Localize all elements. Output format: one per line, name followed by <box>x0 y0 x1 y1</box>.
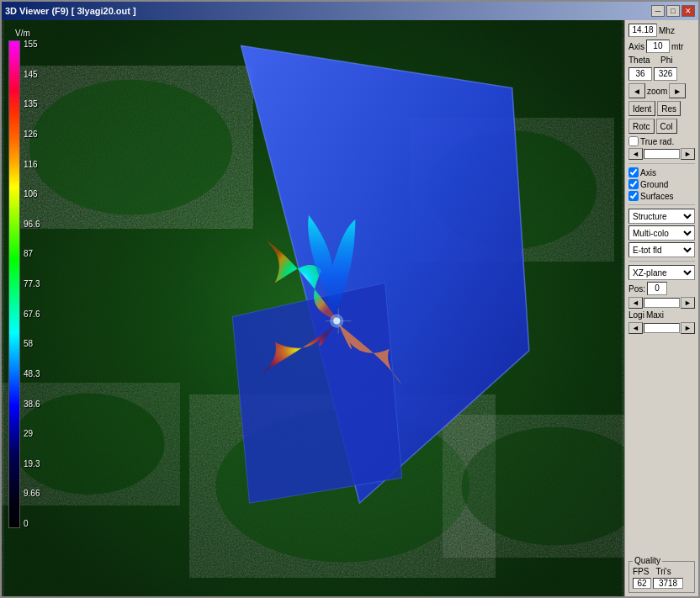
color-dropdown-row: Multi-colo Single Gradient <box>628 225 695 241</box>
fps-label: FPS <box>633 567 649 576</box>
tris-value: 3718 <box>653 578 683 589</box>
axis-value: 10 <box>646 40 670 53</box>
quality-title: Quality <box>633 556 662 565</box>
pos-arrows: ◄ ► <box>628 297 695 309</box>
scale-67: 67.6 <box>24 310 40 319</box>
scale-106: 106 <box>24 190 40 198</box>
axis-unit: mtr <box>671 42 683 51</box>
theta-label: Theta <box>628 56 659 65</box>
main-window: 3D Viewer (F9) [ 3lyagi20.out ] ─ □ ✕ <box>0 0 700 598</box>
axis-checkbox[interactable] <box>628 167 639 177</box>
separator-1 <box>628 163 695 164</box>
field-dropdown[interactable]: E-tot fld H-tot fld Gain <box>628 242 695 257</box>
svg-point-2 <box>29 80 233 215</box>
pos-value[interactable]: 0 <box>647 282 667 295</box>
true-rad-right-button[interactable]: ► <box>681 148 695 160</box>
quality-group: Quality FPS Tri's 62 3718 <box>628 561 695 593</box>
fps-tris-values: 62 3718 <box>633 578 691 589</box>
title-bar: 3D Viewer (F9) [ 3lyagi20.out ] ─ □ ✕ <box>2 2 698 20</box>
phi-label: Phi <box>660 56 672 65</box>
freq-value: 14.18 <box>628 24 657 37</box>
content-area: V/m 155 145 135 126 116 106 96.6 87 77.3… <box>2 20 698 596</box>
surfaces-check-label: Surfaces <box>640 192 673 201</box>
color-bar <box>8 40 20 528</box>
true-rad-arrows: ◄ ► <box>628 148 695 160</box>
ident-res-row: Ident Res <box>628 101 695 116</box>
structure-dropdown[interactable]: Structure Wire Patch <box>628 209 695 224</box>
true-rad-left-button[interactable]: ◄ <box>628 148 643 160</box>
surfaces-checkbox[interactable] <box>628 191 639 201</box>
scale-58: 58 <box>24 340 40 348</box>
maximize-button[interactable]: □ <box>666 5 680 17</box>
true-rad-checkbox[interactable] <box>628 136 639 146</box>
pos-row: Pos: 0 <box>628 282 695 295</box>
plane-dropdown[interactable]: XZ-plane YZ-plane XY-plane <box>628 265 695 280</box>
zoom-left-button[interactable]: ◄ <box>628 83 645 98</box>
axis-row: Axis 10 mtr <box>628 40 695 53</box>
freq-unit: Mhz <box>659 26 675 35</box>
ground-check-row: Ground <box>628 179 695 189</box>
axis-check-row: Axis <box>628 167 695 177</box>
scale-145: 145 <box>24 71 40 79</box>
scale-19: 19.3 <box>24 460 40 468</box>
col-button[interactable]: Col <box>656 119 677 134</box>
close-button[interactable]: ✕ <box>681 5 695 17</box>
logi-maxi-arrows: ◄ ► <box>628 322 695 334</box>
ident-button[interactable]: Ident <box>628 101 655 116</box>
scene-svg <box>2 20 624 596</box>
tris-label: Tri's <box>655 567 671 576</box>
scale-29: 29 <box>24 430 40 438</box>
separator-2 <box>628 204 695 205</box>
axis-check-label: Axis <box>640 168 656 177</box>
zoom-label: zoom <box>647 87 667 96</box>
rotc-col-row: Rotc Col <box>628 119 695 134</box>
pos-left-button[interactable]: ◄ <box>628 297 643 309</box>
theta-phi-values: 36 326 <box>628 67 695 81</box>
plane-dropdown-row: XZ-plane YZ-plane XY-plane <box>628 265 695 280</box>
logi-left-button[interactable]: ◄ <box>628 322 643 334</box>
zoom-right-button[interactable]: ► <box>669 83 686 98</box>
scale-87: 87 <box>24 250 40 258</box>
color-scale: V/m 155 145 135 126 116 106 96.6 87 77.3… <box>8 29 40 528</box>
scale-48: 48.3 <box>24 370 40 378</box>
window-controls: ─ □ ✕ <box>651 5 695 17</box>
rotc-button[interactable]: Rotc <box>628 119 655 134</box>
right-panel: 14.18 Mhz Axis 10 mtr Theta Phi 36 326 ◄ <box>624 20 698 596</box>
fps-tris-labels: FPS Tri's <box>633 567 691 576</box>
window-title: 3D Viewer (F9) [ 3lyagi20.out ] <box>5 6 136 16</box>
logi-maxi-row: Logi Maxi <box>628 310 695 320</box>
scale-116: 116 <box>24 161 40 169</box>
ground-check-label: Ground <box>640 180 668 189</box>
theta-phi-labels: Theta Phi <box>628 56 695 65</box>
color-dropdown[interactable]: Multi-colo Single Gradient <box>628 225 695 241</box>
theta-value[interactable]: 36 <box>628 67 652 81</box>
ground-checkbox[interactable] <box>628 179 639 189</box>
scale-38: 38.6 <box>24 400 40 409</box>
logi-label: Logi <box>628 310 644 320</box>
axis-label: Axis <box>628 42 644 51</box>
true-rad-label: True rad. <box>640 137 674 146</box>
maxi-label: Maxi <box>646 310 664 320</box>
scale-labels: 155 145 135 126 116 106 96.6 87 77.3 67.… <box>24 40 40 528</box>
viewport[interactable]: V/m 155 145 135 126 116 106 96.6 87 77.3… <box>2 20 624 596</box>
scale-96: 96.6 <box>24 220 40 229</box>
scale-9: 9.66 <box>24 490 40 498</box>
freq-row: 14.18 Mhz <box>628 24 695 37</box>
zoom-row: ◄ zoom ► <box>628 83 695 98</box>
structure-dropdown-row: Structure Wire Patch <box>628 209 695 224</box>
scale-0: 0 <box>24 520 40 528</box>
fps-value: 62 <box>633 578 651 589</box>
field-dropdown-row: E-tot fld H-tot fld Gain <box>628 242 695 257</box>
res-button[interactable]: Res <box>657 101 681 116</box>
minimize-button[interactable]: ─ <box>651 5 665 17</box>
svg-marker-9 <box>232 283 401 503</box>
pos-label: Pos: <box>628 284 645 294</box>
surfaces-check-row: Surfaces <box>628 191 695 201</box>
scale-126: 126 <box>24 130 40 139</box>
unit-label: V/m <box>15 29 30 38</box>
phi-value[interactable]: 326 <box>654 67 677 81</box>
pos-right-button[interactable]: ► <box>681 297 695 309</box>
logi-right-button[interactable]: ► <box>681 322 695 334</box>
scale-135: 135 <box>24 100 40 108</box>
true-rad-row: True rad. <box>628 136 695 146</box>
